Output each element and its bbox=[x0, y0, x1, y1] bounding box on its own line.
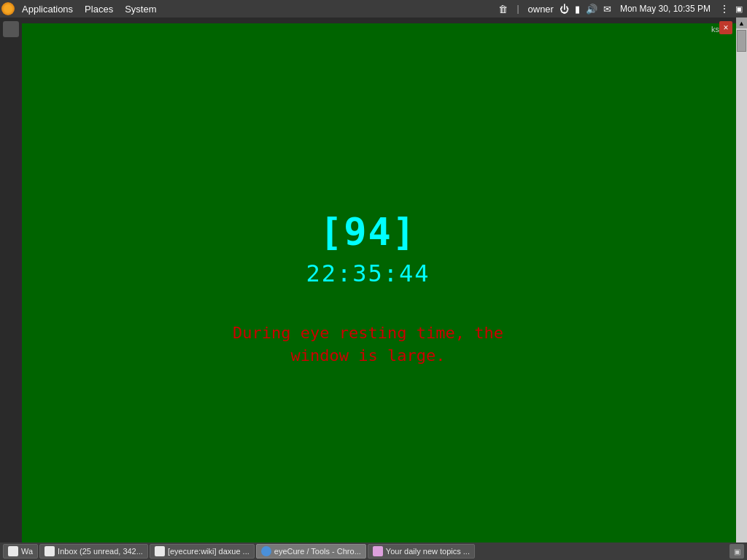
top-bar-right: 🗑 | owner ⏻ ▮ 🔊 ✉ Mon May 30, 10:35 PM ⋮… bbox=[497, 3, 747, 15]
screen-icon: ▣ bbox=[735, 4, 743, 14]
taskbar-end-icon[interactable]: ▣ bbox=[729, 544, 744, 559]
tray-menu[interactable]: ⋮ bbox=[718, 3, 731, 15]
scrollbar-thumb[interactable] bbox=[737, 30, 746, 52]
system-menu[interactable]: System bbox=[119, 0, 162, 18]
taskbar-label-eyecure-wiki: [eyecure:wiki] daxue ... bbox=[168, 547, 249, 556]
taskbar-label-wa: Wa bbox=[21, 547, 33, 556]
taskbar-icon-daily-topics bbox=[373, 546, 383, 556]
datetime-display: Mon May 30, 10:35 PM bbox=[616, 4, 715, 14]
gnome-logo bbox=[0, 0, 16, 18]
taskbar-item-eyecure-wiki[interactable]: [eyecure:wiki] daxue ... bbox=[150, 544, 255, 559]
main-content-area: × ks [94] 22:35:44 During eye resting ti… bbox=[0, 18, 747, 560]
counter-display: [94] bbox=[320, 210, 417, 254]
taskbar-icon-eyecure-wiki bbox=[155, 546, 165, 556]
taskbar-item-wa[interactable]: Wa bbox=[3, 544, 38, 559]
power-icon[interactable]: ⏻ bbox=[558, 4, 570, 15]
close-button[interactable]: × bbox=[719, 21, 732, 34]
taskbar-item-daily-topics[interactable]: Your daily new topics ... bbox=[368, 544, 475, 559]
taskbar-label-eyecure-tools: eyeCure / Tools - Chro... bbox=[274, 547, 361, 556]
taskbar-icon-inbox bbox=[44, 546, 55, 556]
time-display: 22:35:44 bbox=[306, 260, 430, 287]
taskbar-icon-eyecure-tools bbox=[261, 546, 271, 556]
places-menu[interactable]: Places bbox=[79, 0, 119, 18]
applications-menu[interactable]: Applications bbox=[16, 0, 79, 18]
trash-icon: 🗑 bbox=[497, 4, 509, 15]
volume-icon[interactable]: 🔊 bbox=[584, 4, 599, 15]
center-display: [94] 22:35:44 During eye resting time, t… bbox=[233, 210, 503, 368]
taskbar-item-inbox[interactable]: Inbox (25 unread, 342... bbox=[39, 544, 148, 559]
left-sidebar-strip bbox=[0, 18, 22, 560]
corner-ks-label: ks bbox=[711, 25, 719, 34]
taskbar: Wa Inbox (25 unread, 342... [eyecure:wik… bbox=[0, 542, 747, 560]
window-chrome-top bbox=[0, 18, 736, 23]
user-label: owner bbox=[527, 4, 555, 15]
taskbar-label-inbox: Inbox (25 unread, 342... bbox=[58, 547, 143, 556]
message-display: During eye resting time, the window is l… bbox=[233, 322, 503, 368]
taskbar-icon-wa bbox=[8, 546, 18, 556]
scrollbar-up-button[interactable]: ▲ bbox=[736, 18, 747, 28]
left-strip-icon-1 bbox=[3, 21, 19, 37]
right-scrollbar[interactable]: ▲ ▼ bbox=[736, 18, 747, 560]
top-bar-left: Applications Places System bbox=[0, 0, 162, 18]
mail-icon[interactable]: ✉ bbox=[602, 4, 613, 15]
scrollbar-track[interactable] bbox=[736, 28, 747, 549]
top-menubar: Applications Places System 🗑 | owner ⏻ ▮… bbox=[0, 0, 747, 18]
battery-icon: ▮ bbox=[573, 4, 581, 15]
taskbar-label-daily-topics: Your daily new topics ... bbox=[386, 547, 470, 556]
taskbar-item-eyecure-tools[interactable]: eyeCure / Tools - Chro... bbox=[256, 544, 366, 559]
